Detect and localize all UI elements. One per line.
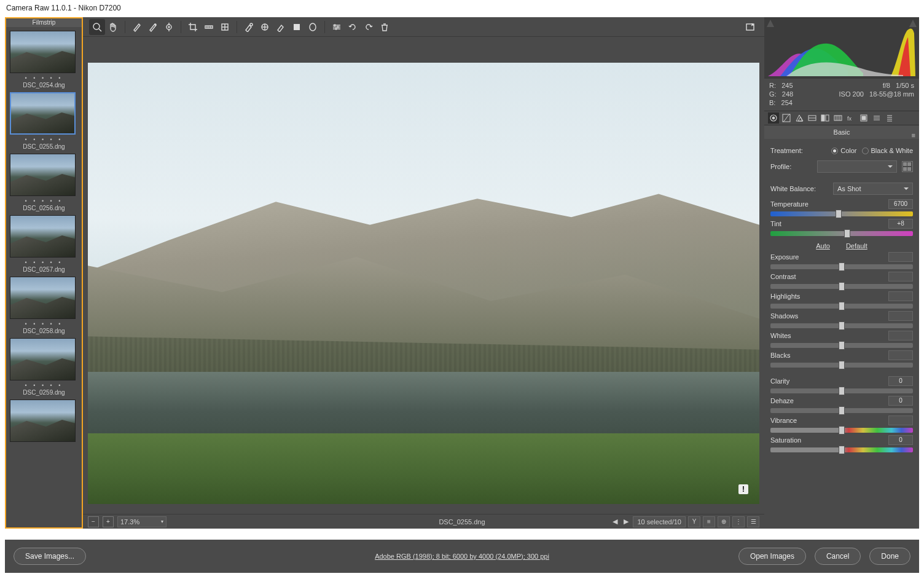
blacks-value[interactable] — [888, 350, 913, 360]
auto-link[interactable]: Auto — [816, 242, 830, 250]
highlights-slider[interactable] — [770, 304, 913, 309]
shadow-clip-icon[interactable] — [767, 18, 774, 26]
contrast-value[interactable] — [888, 272, 913, 282]
filmstrip-header: Filmstrip — [6, 18, 82, 27]
thumbnail[interactable]: • • • • • DSC_0259.dng — [10, 338, 78, 396]
tab-curve-icon[interactable] — [781, 112, 792, 124]
thumb-label: DSC_0258.dng — [10, 327, 78, 334]
profile-browser-icon[interactable] — [902, 161, 913, 172]
temperature-slider[interactable] — [770, 211, 913, 216]
transform-tool-icon[interactable] — [217, 19, 233, 35]
exposure-value[interactable] — [888, 252, 913, 262]
tint-value[interactable]: +8 — [888, 219, 913, 229]
wb-select[interactable]: As Shot — [833, 183, 913, 195]
selection-count[interactable]: 10 selected/10 — [633, 516, 686, 527]
open-images-button[interactable]: Open Images — [738, 548, 806, 565]
thumbnail[interactable]: • • • • • DSC_0255.dng — [10, 92, 78, 150]
svg-rect-44 — [862, 116, 866, 120]
hand-tool-icon[interactable] — [105, 19, 121, 35]
adjustment-brush-icon[interactable] — [273, 19, 289, 35]
dehaze-value[interactable]: 0 — [888, 396, 913, 406]
whites-label: Whites — [770, 332, 791, 339]
tab-basic-icon[interactable] — [768, 112, 779, 124]
crop-tool-icon[interactable] — [185, 19, 201, 35]
tab-presets-icon[interactable] — [871, 112, 882, 124]
vibrance-value[interactable] — [888, 416, 913, 425]
histogram[interactable] — [764, 17, 919, 79]
targeted-adjustment-tool-icon[interactable] — [161, 19, 177, 35]
treatment-bw-radio[interactable]: Black & White — [862, 147, 913, 154]
image-preview[interactable]: ! — [88, 63, 759, 504]
highlight-clip-icon[interactable] — [909, 18, 917, 26]
filmstrip-body[interactable]: • • • • • DSC_0254.dng • • • • • DSC_025… — [6, 27, 82, 527]
tint-slider[interactable] — [770, 231, 913, 236]
default-link[interactable]: Default — [846, 242, 867, 250]
tab-lens-icon[interactable] — [832, 112, 844, 124]
whites-slider[interactable] — [770, 343, 913, 348]
delete-icon[interactable] — [377, 19, 393, 35]
fullscreen-icon[interactable] — [742, 19, 758, 35]
exposure-label: Exposure — [770, 253, 799, 261]
prev-image-icon[interactable]: ◀ — [611, 517, 619, 527]
z, tb-btn zoom-tool-icon[interactable] — [89, 19, 105, 35]
svg-rect-36 — [821, 115, 824, 121]
whites-value[interactable] — [888, 331, 913, 341]
filter-3-icon[interactable]: ⋮ — [732, 516, 745, 527]
profile-select[interactable] — [817, 160, 897, 173]
clarity-slider[interactable] — [770, 388, 913, 393]
preferences-icon[interactable] — [329, 19, 345, 35]
shadows-slider[interactable] — [770, 323, 913, 328]
contrast-slider[interactable] — [770, 284, 913, 289]
tab-calibration-icon[interactable] — [858, 112, 869, 124]
thumbnail[interactable]: • • • • • DSC_0257.dng — [10, 215, 78, 273]
graduated-filter-icon[interactable] — [289, 19, 305, 35]
zoom-in-icon[interactable]: + — [103, 516, 114, 527]
radial-filter-icon[interactable] — [305, 19, 321, 35]
rating-mode-icon[interactable]: Y — [688, 516, 700, 527]
vibrance-slider[interactable] — [770, 428, 913, 433]
blacks-slider[interactable] — [770, 363, 913, 368]
next-image-icon[interactable]: ▶ — [622, 517, 630, 527]
saturation-value[interactable]: 0 — [888, 435, 913, 445]
save-images-button[interactable]: Save Images... — [14, 548, 86, 565]
straighten-tool-icon[interactable] — [201, 19, 217, 35]
thumbnail[interactable]: • • • • • DSC_0256.dng — [10, 154, 78, 211]
exposure-slider[interactable] — [770, 264, 913, 269]
shadows-value[interactable] — [888, 311, 913, 321]
white-balance-tool-icon[interactable] — [129, 19, 145, 35]
svg-text:fx: fx — [847, 116, 852, 122]
thumb-label: DSC_0254.dng — [10, 81, 78, 89]
done-button[interactable]: Done — [869, 548, 910, 565]
clarity-value[interactable]: 0 — [888, 376, 913, 386]
panel-menu-icon[interactable]: ≡ — [912, 128, 915, 142]
tab-fx-icon[interactable]: fx — [845, 112, 856, 124]
warning-icon[interactable]: ! — [738, 484, 748, 494]
treatment-color-radio[interactable]: Color — [831, 147, 856, 154]
cancel-button[interactable]: Cancel — [815, 548, 861, 565]
tab-split-icon[interactable] — [820, 112, 831, 124]
saturation-label: Saturation — [770, 436, 801, 444]
filter-menu-icon[interactable]: ☰ — [747, 516, 759, 527]
thumbnail[interactable] — [10, 400, 78, 442]
filter-1-icon[interactable]: ≡ — [703, 516, 715, 527]
saturation-slider[interactable] — [770, 447, 913, 452]
svg-point-19 — [310, 23, 316, 31]
tab-detail-icon[interactable] — [794, 112, 805, 124]
thumbnail[interactable]: • • • • • DSC_0258.dng — [10, 277, 78, 334]
highlights-value[interactable] — [888, 291, 913, 301]
thumbnail[interactable]: • • • • • DSC_0254.dng — [10, 31, 78, 89]
zoom-out-icon[interactable]: − — [88, 516, 99, 527]
svg-rect-37 — [826, 115, 829, 121]
rotate-cw-icon[interactable] — [361, 19, 377, 35]
dehaze-slider[interactable] — [770, 408, 913, 413]
filter-2-icon[interactable]: ⊕ — [718, 516, 730, 527]
zoom-level-select[interactable]: 17.3%▾ — [117, 516, 166, 527]
tab-snapshots-icon[interactable] — [884, 112, 895, 124]
temperature-value[interactable]: 6700 — [888, 199, 913, 209]
color-sampler-tool-icon[interactable] — [145, 19, 161, 35]
spot-removal-tool-icon[interactable] — [241, 19, 257, 35]
rotate-ccw-icon[interactable] — [345, 19, 361, 35]
workflow-options-link[interactable]: Adobe RGB (1998); 8 bit; 6000 by 4000 (2… — [375, 553, 549, 560]
tab-hsl-icon[interactable] — [807, 112, 818, 124]
red-eye-tool-icon[interactable] — [257, 19, 273, 35]
